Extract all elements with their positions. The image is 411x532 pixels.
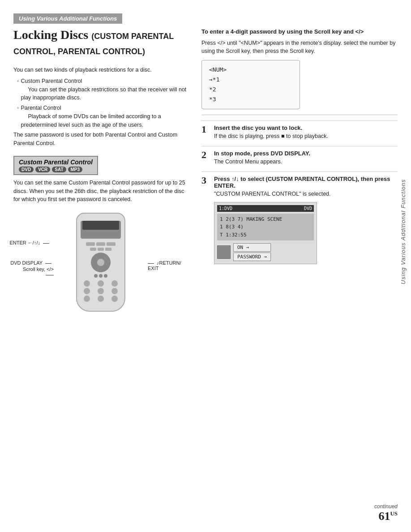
remote-btn [96, 242, 105, 246]
divider1 [201, 115, 398, 115]
bullet1-body: You can set the playback restrictions so… [21, 86, 186, 101]
remote-btn-sm [90, 248, 96, 251]
intro-text: You can set two kinds of playback restri… [13, 66, 188, 74]
remote-dpad-center [97, 259, 104, 266]
cpc-box: Custom Parental Control DVD VCR SAT MP3 [13, 156, 98, 175]
badge-vcr: VCR [35, 167, 50, 172]
remote-num-btn [84, 288, 90, 294]
bullet2-content: Parental Control Playback of some DVDs c… [21, 104, 188, 129]
step1-title: Insert the disc you want to lock. [214, 124, 398, 131]
label-enter: ENTER ←/↑/↓ [4, 240, 49, 245]
step3-title: Press ↑/↓ to select (CUSTOM PARENTAL CON… [214, 176, 398, 189]
page-footer: continued 61US [374, 503, 398, 523]
step-1: 1 Insert the disc you want to lock. If t… [201, 120, 398, 141]
header-banner: Using Various Additional Functions [13, 13, 122, 24]
step3-content: Press ↑/↓ to select (CUSTOM PARENTAL CON… [214, 176, 398, 265]
dvd-display-header: 1:DVD DVD [217, 205, 314, 212]
page-title: Locking Discs (CUSTOM PARENTAL CONTROL, … [13, 27, 188, 57]
step-3: 3 Press ↑/↓ to select (CUSTOM PARENTAL C… [201, 172, 398, 265]
dvd-display-footer: ON → PASSWORD → [217, 243, 314, 261]
dvd-on-label: ON → [233, 243, 271, 252]
right-column: To enter a 4-digit password by using the… [201, 27, 398, 316]
cpc-badges: DVD VCR SAT MP3 [19, 167, 93, 172]
badge-dvd: DVD [19, 167, 34, 172]
password-title: To enter a 4-digit password by using the… [201, 27, 398, 36]
remote-btn-row-1 [81, 242, 121, 246]
label-return: ♪RETURN/ EXIT [148, 260, 188, 271]
remote-screen [81, 221, 121, 239]
remote-btn [107, 242, 116, 246]
remote-num-btn [111, 288, 118, 294]
cpc-body: You can set the same Custom Parental Con… [13, 179, 188, 204]
remote-num-btn [111, 280, 118, 287]
dvd-display-content: 1 2(3 7) MAKING SCENE 1 8(3 4) T 1:32:55 [217, 214, 314, 241]
dvd-header-left: 1:DVD [219, 206, 232, 211]
label-scroll: Scroll key, </> [20, 266, 54, 277]
badge-sat: SAT [52, 167, 66, 172]
remote-btn-sm [98, 248, 104, 251]
num-display-box: <NUM> →*1 *2 *3 [201, 60, 300, 109]
side-label: Using Various Additional Functions [400, 179, 407, 284]
num-line2: →*1 [209, 75, 292, 85]
dvd-header-right: DVD [304, 206, 312, 211]
remote-num-btn [84, 280, 90, 287]
step1-body: If the disc is playing, press ■ to stop … [214, 132, 398, 141]
step2-content: In stop mode, press DVD DISPLAY. The Con… [214, 150, 398, 166]
remote-btn-sm [105, 248, 111, 251]
remote-btn [86, 242, 95, 246]
remote-illustration: Scroll key, </> [56, 213, 146, 312]
dvd-display-box: 1:DVD DVD 1 2(3 7) MAKING SCENE 1 8(3 4)… [214, 202, 317, 265]
remote-body [76, 213, 125, 312]
password-body: Press </> until "<NUM>" appears in the r… [201, 39, 398, 56]
remote-dpad [91, 253, 111, 272]
num-line1: <NUM> [209, 65, 292, 75]
step3-number: 3 [201, 176, 210, 265]
remote-num-btn [98, 296, 104, 302]
num-line3: *2 [209, 85, 292, 94]
label-dvd: DVD DISPLAY [2, 260, 51, 266]
page: Using Various Additional Functions Locki… [0, 0, 411, 532]
bullet2: ◦ Parental Control Playback of some DVDs… [13, 104, 188, 129]
bullet2-label: Parental Control [21, 105, 61, 111]
step-2: 2 In stop mode, press DVD DISPLAY. The C… [201, 146, 398, 166]
remote-num-btn [98, 288, 104, 294]
remote-btn-row-3 [81, 274, 121, 278]
remote-num-btn [111, 296, 118, 302]
bullet2-dot: ◦ [17, 104, 19, 129]
same-password-text: The same password is used for both Paren… [13, 131, 188, 148]
bullet1-dot: ◦ [17, 77, 19, 102]
two-col-layout: Locking Discs (CUSTOM PARENTAL CONTROL, … [13, 27, 398, 316]
dvd-password-label: PASSWORD → [233, 253, 271, 261]
page-suffix: US [390, 510, 398, 517]
title-main: Locking Discs [13, 28, 88, 42]
step1-number: 1 [201, 124, 210, 141]
bullet2-body: Playback of some DVDs can be limited acc… [21, 113, 161, 128]
dvd-line1: 1 2(3 7) MAKING SCENE [220, 215, 311, 223]
left-column: Locking Discs (CUSTOM PARENTAL CONTROL, … [13, 27, 188, 316]
remote-bottom-btns [81, 280, 121, 302]
bullet1-label: Custom Parental Control [21, 78, 82, 84]
continued-text: continued [374, 503, 398, 510]
cpc-title: Custom Parental Control [19, 159, 93, 166]
step1-content: Insert the disc you want to lock. If the… [214, 124, 398, 141]
dvd-line2: 1 8(3 4) [220, 223, 311, 231]
remote-num-btn [98, 280, 104, 287]
badge-mp3: MP3 [68, 167, 83, 172]
remote-btn-row-2 [81, 248, 121, 251]
remote-num-btn [84, 296, 90, 302]
bullet1: ◦ Custom Parental Control You can set th… [13, 77, 188, 102]
step3-body: "CUSTOM PARENTAL CONTROL" is selected. [214, 190, 398, 198]
num-line4: *3 [209, 94, 292, 104]
step2-number: 2 [201, 150, 210, 166]
page-number: 61US [374, 510, 398, 523]
step2-body: The Control Menu appears. [214, 158, 398, 166]
bullet1-content: Custom Parental Control You can set the … [21, 77, 188, 102]
dvd-line3: T 1:32:55 [220, 231, 311, 239]
dvd-icon [217, 245, 231, 259]
step2-title: In stop mode, press DVD DISPLAY. [214, 150, 398, 157]
